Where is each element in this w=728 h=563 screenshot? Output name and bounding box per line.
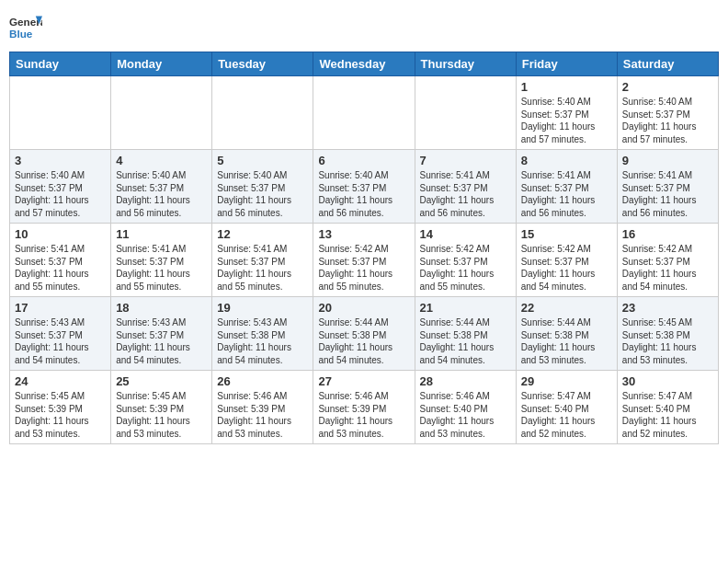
calendar-cell xyxy=(212,76,313,150)
calendar-cell: 28Sunrise: 5:46 AM Sunset: 5:40 PM Dayli… xyxy=(415,371,516,444)
calendar-cell: 8Sunrise: 5:41 AM Sunset: 5:37 PM Daylig… xyxy=(516,150,617,224)
cell-sun-info: Sunrise: 5:42 AM Sunset: 5:37 PM Dayligh… xyxy=(318,243,409,293)
calendar-cell: 2Sunrise: 5:40 AM Sunset: 5:37 PM Daylig… xyxy=(617,76,718,150)
day-number: 9 xyxy=(622,154,713,167)
calendar-cell: 13Sunrise: 5:42 AM Sunset: 5:37 PM Dayli… xyxy=(313,224,415,297)
svg-text:Blue: Blue xyxy=(9,28,33,40)
calendar-cell: 20Sunrise: 5:44 AM Sunset: 5:38 PM Dayli… xyxy=(313,297,415,371)
cell-sun-info: Sunrise: 5:40 AM Sunset: 5:37 PM Dayligh… xyxy=(521,96,612,145)
calendar-cell: 4Sunrise: 5:40 AM Sunset: 5:37 PM Daylig… xyxy=(111,150,212,224)
cell-sun-info: Sunrise: 5:44 AM Sunset: 5:38 PM Dayligh… xyxy=(318,316,409,366)
cell-sun-info: Sunrise: 5:47 AM Sunset: 5:40 PM Dayligh… xyxy=(521,390,612,440)
day-number: 19 xyxy=(217,301,308,315)
calendar-cell: 14Sunrise: 5:42 AM Sunset: 5:37 PM Dayli… xyxy=(415,224,516,297)
calendar-cell: 5Sunrise: 5:40 AM Sunset: 5:37 PM Daylig… xyxy=(212,150,313,224)
cell-sun-info: Sunrise: 5:40 AM Sunset: 5:37 PM Dayligh… xyxy=(318,169,409,219)
weekday-header-row: SundayMondayTuesdayWednesdayThursdayFrid… xyxy=(10,52,719,76)
weekday-header-monday: Monday xyxy=(111,52,212,76)
calendar-week-row: 17Sunrise: 5:43 AM Sunset: 5:37 PM Dayli… xyxy=(10,297,719,371)
day-number: 23 xyxy=(622,301,713,315)
weekday-header-thursday: Thursday xyxy=(415,52,516,76)
calendar-week-row: 1Sunrise: 5:40 AM Sunset: 5:37 PM Daylig… xyxy=(10,76,719,150)
logo: General Blue xyxy=(9,13,42,46)
cell-sun-info: Sunrise: 5:42 AM Sunset: 5:37 PM Dayligh… xyxy=(622,243,713,293)
day-number: 3 xyxy=(15,154,106,167)
day-number: 20 xyxy=(318,301,409,315)
calendar-cell: 3Sunrise: 5:40 AM Sunset: 5:37 PM Daylig… xyxy=(10,150,111,224)
cell-sun-info: Sunrise: 5:46 AM Sunset: 5:40 PM Dayligh… xyxy=(420,390,511,440)
cell-sun-info: Sunrise: 5:41 AM Sunset: 5:37 PM Dayligh… xyxy=(521,169,612,219)
cell-sun-info: Sunrise: 5:42 AM Sunset: 5:37 PM Dayligh… xyxy=(420,243,511,293)
day-number: 21 xyxy=(420,301,511,315)
cell-sun-info: Sunrise: 5:47 AM Sunset: 5:40 PM Dayligh… xyxy=(622,390,713,440)
day-number: 17 xyxy=(15,301,106,315)
cell-sun-info: Sunrise: 5:45 AM Sunset: 5:38 PM Dayligh… xyxy=(622,316,713,366)
calendar-week-row: 3Sunrise: 5:40 AM Sunset: 5:37 PM Daylig… xyxy=(10,150,719,224)
calendar-cell: 23Sunrise: 5:45 AM Sunset: 5:38 PM Dayli… xyxy=(617,297,718,371)
calendar-cell: 21Sunrise: 5:44 AM Sunset: 5:38 PM Dayli… xyxy=(415,297,516,371)
calendar-cell xyxy=(415,76,516,150)
cell-sun-info: Sunrise: 5:44 AM Sunset: 5:38 PM Dayligh… xyxy=(420,316,511,366)
weekday-header-friday: Friday xyxy=(516,52,617,76)
day-number: 4 xyxy=(116,154,207,167)
calendar-body: 1Sunrise: 5:40 AM Sunset: 5:37 PM Daylig… xyxy=(10,76,719,444)
calendar-week-row: 24Sunrise: 5:45 AM Sunset: 5:39 PM Dayli… xyxy=(10,371,719,444)
day-number: 29 xyxy=(521,374,612,388)
calendar-cell: 18Sunrise: 5:43 AM Sunset: 5:37 PM Dayli… xyxy=(111,297,212,371)
day-number: 24 xyxy=(15,374,106,388)
calendar-cell: 6Sunrise: 5:40 AM Sunset: 5:37 PM Daylig… xyxy=(313,150,415,224)
calendar-cell: 22Sunrise: 5:44 AM Sunset: 5:38 PM Dayli… xyxy=(516,297,617,371)
cell-sun-info: Sunrise: 5:41 AM Sunset: 5:37 PM Dayligh… xyxy=(217,243,308,293)
day-number: 12 xyxy=(217,227,308,241)
cell-sun-info: Sunrise: 5:40 AM Sunset: 5:37 PM Dayligh… xyxy=(622,96,713,145)
day-number: 11 xyxy=(116,227,207,241)
calendar-cell: 7Sunrise: 5:41 AM Sunset: 5:37 PM Daylig… xyxy=(415,150,516,224)
weekday-header-tuesday: Tuesday xyxy=(212,52,313,76)
cell-sun-info: Sunrise: 5:43 AM Sunset: 5:37 PM Dayligh… xyxy=(15,316,106,366)
day-number: 7 xyxy=(420,154,511,167)
calendar-cell: 26Sunrise: 5:46 AM Sunset: 5:39 PM Dayli… xyxy=(212,371,313,444)
logo-icon: General Blue xyxy=(9,13,42,46)
weekday-header-wednesday: Wednesday xyxy=(313,52,415,76)
calendar-cell: 27Sunrise: 5:46 AM Sunset: 5:39 PM Dayli… xyxy=(313,371,415,444)
cell-sun-info: Sunrise: 5:45 AM Sunset: 5:39 PM Dayligh… xyxy=(116,390,207,440)
day-number: 22 xyxy=(521,301,612,315)
day-number: 25 xyxy=(116,374,207,388)
day-number: 5 xyxy=(217,154,308,167)
cell-sun-info: Sunrise: 5:41 AM Sunset: 5:37 PM Dayligh… xyxy=(116,243,207,293)
day-number: 18 xyxy=(116,301,207,315)
calendar-cell xyxy=(10,76,111,150)
calendar-cell: 30Sunrise: 5:47 AM Sunset: 5:40 PM Dayli… xyxy=(617,371,718,444)
day-number: 14 xyxy=(420,227,511,241)
day-number: 6 xyxy=(318,154,409,167)
cell-sun-info: Sunrise: 5:40 AM Sunset: 5:37 PM Dayligh… xyxy=(116,169,207,219)
calendar-cell: 15Sunrise: 5:42 AM Sunset: 5:37 PM Dayli… xyxy=(516,224,617,297)
day-number: 26 xyxy=(217,374,308,388)
calendar-cell xyxy=(313,76,415,150)
day-number: 2 xyxy=(622,80,713,94)
cell-sun-info: Sunrise: 5:45 AM Sunset: 5:39 PM Dayligh… xyxy=(15,390,106,440)
weekday-header-sunday: Sunday xyxy=(10,52,111,76)
day-number: 10 xyxy=(15,227,106,241)
page-header: General Blue xyxy=(9,9,719,46)
calendar-cell: 12Sunrise: 5:41 AM Sunset: 5:37 PM Dayli… xyxy=(212,224,313,297)
day-number: 30 xyxy=(622,374,713,388)
calendar-cell: 10Sunrise: 5:41 AM Sunset: 5:37 PM Dayli… xyxy=(10,224,111,297)
calendar-cell xyxy=(111,76,212,150)
day-number: 1 xyxy=(521,80,612,94)
calendar-cell: 29Sunrise: 5:47 AM Sunset: 5:40 PM Dayli… xyxy=(516,371,617,444)
calendar-cell: 1Sunrise: 5:40 AM Sunset: 5:37 PM Daylig… xyxy=(516,76,617,150)
calendar-cell: 19Sunrise: 5:43 AM Sunset: 5:38 PM Dayli… xyxy=(212,297,313,371)
day-number: 28 xyxy=(420,374,511,388)
calendar-cell: 24Sunrise: 5:45 AM Sunset: 5:39 PM Dayli… xyxy=(10,371,111,444)
calendar-cell: 16Sunrise: 5:42 AM Sunset: 5:37 PM Dayli… xyxy=(617,224,718,297)
day-number: 16 xyxy=(622,227,713,241)
cell-sun-info: Sunrise: 5:42 AM Sunset: 5:37 PM Dayligh… xyxy=(521,243,612,293)
calendar-table: SundayMondayTuesdayWednesdayThursdayFrid… xyxy=(9,52,719,444)
calendar-cell: 11Sunrise: 5:41 AM Sunset: 5:37 PM Dayli… xyxy=(111,224,212,297)
cell-sun-info: Sunrise: 5:44 AM Sunset: 5:38 PM Dayligh… xyxy=(521,316,612,366)
calendar-cell: 9Sunrise: 5:41 AM Sunset: 5:37 PM Daylig… xyxy=(617,150,718,224)
day-number: 13 xyxy=(318,227,409,241)
calendar-week-row: 10Sunrise: 5:41 AM Sunset: 5:37 PM Dayli… xyxy=(10,224,719,297)
day-number: 27 xyxy=(318,374,409,388)
